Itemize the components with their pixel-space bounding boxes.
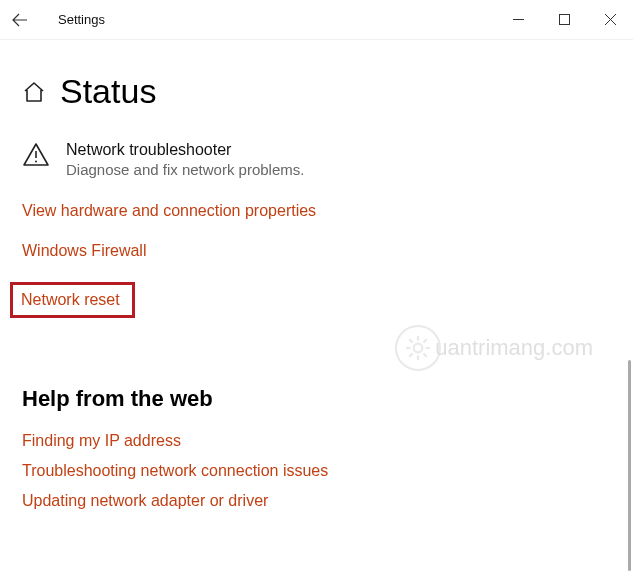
- maximize-icon: [559, 14, 570, 25]
- troubleshooter-description: Diagnose and fix network problems.: [66, 161, 304, 178]
- minimize-button[interactable]: [495, 0, 541, 40]
- window-title: Settings: [58, 12, 105, 27]
- help-link-troubleshoot[interactable]: Troubleshooting network connection issue…: [22, 462, 611, 480]
- network-reset-link[interactable]: Network reset: [10, 282, 135, 318]
- back-arrow-icon: [12, 12, 28, 28]
- page-title: Status: [60, 72, 156, 111]
- titlebar: Settings: [0, 0, 633, 40]
- content-area: Status Network troubleshooter Diagnose a…: [0, 72, 633, 510]
- minimize-icon: [513, 14, 524, 25]
- close-icon: [605, 14, 616, 25]
- troubleshooter-text: Network troubleshooter Diagnose and fix …: [66, 141, 304, 178]
- page-header: Status: [22, 72, 611, 111]
- network-troubleshooter-row[interactable]: Network troubleshooter Diagnose and fix …: [22, 141, 611, 178]
- view-hardware-link[interactable]: View hardware and connection properties: [22, 202, 316, 220]
- windows-firewall-link[interactable]: Windows Firewall: [22, 242, 146, 260]
- window-controls: [495, 0, 633, 40]
- svg-rect-0: [559, 15, 569, 25]
- close-button[interactable]: [587, 0, 633, 40]
- troubleshooter-title: Network troubleshooter: [66, 141, 304, 159]
- warning-triangle-icon: [22, 141, 50, 178]
- help-link-adapter[interactable]: Updating network adapter or driver: [22, 492, 611, 510]
- home-icon: [22, 80, 46, 104]
- scrollbar[interactable]: [623, 360, 633, 571]
- scrollbar-thumb[interactable]: [628, 360, 631, 571]
- svg-point-2: [35, 161, 37, 163]
- back-button[interactable]: [0, 0, 40, 40]
- maximize-button[interactable]: [541, 0, 587, 40]
- help-heading: Help from the web: [22, 386, 611, 412]
- help-link-ip[interactable]: Finding my IP address: [22, 432, 611, 450]
